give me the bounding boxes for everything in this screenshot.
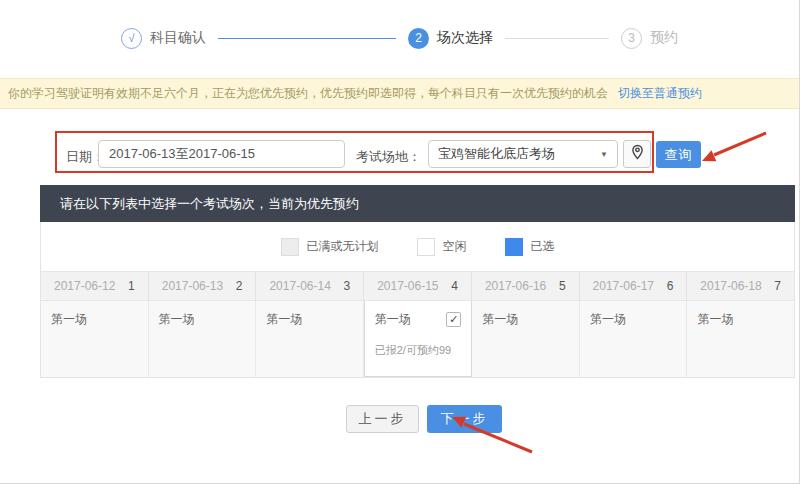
step-subject-confirm: √ 科目确认: [121, 28, 206, 49]
date-header: 2017-06-17 6: [580, 272, 688, 300]
date-header-row: 2017-06-12 1 2017-06-13 2 2017-06-14 3 2…: [41, 271, 794, 301]
header-date: 2017-06-16: [485, 279, 546, 293]
venue-select-value: 宝鸡智能化底店考场: [438, 145, 555, 163]
header-weekday: 4: [451, 279, 458, 293]
search-button[interactable]: 查询: [656, 141, 701, 168]
header-date: 2017-06-13: [162, 279, 223, 293]
stepper: √ 科目确认 2 场次选择 3 预约: [0, 26, 799, 50]
session-label: 第一场: [159, 311, 195, 328]
notice-text: 你的学习驾驶证明有效期不足六个月，正在为您优先预约，优先预约即选即得，每个科目只…: [8, 85, 608, 102]
session-cell-selected[interactable]: 第一场 ✓ 已报2/可预约99: [364, 301, 473, 377]
header-weekday: 6: [667, 279, 674, 293]
legend-item-full: 已满或无计划: [281, 238, 379, 256]
venue-select[interactable]: 宝鸡智能化底店考场 ▼: [428, 140, 618, 168]
step-label: 预约: [650, 29, 678, 47]
step-number-badge: 3: [621, 28, 642, 49]
table-title-bar: 请在以下列表中选择一个考试场次，当前为优先预约: [40, 185, 795, 222]
date-header: 2017-06-15 4: [364, 272, 472, 300]
session-cell[interactable]: 第一场: [149, 301, 257, 377]
header-date: 2017-06-15: [377, 279, 438, 293]
session-cell[interactable]: 第一场: [256, 301, 364, 377]
step-number-badge: 2: [408, 28, 429, 49]
legend-swatch-full: [281, 238, 299, 256]
step-connector: [505, 38, 609, 39]
session-cell[interactable]: 第一场: [687, 301, 794, 377]
previous-step-button[interactable]: 上一步: [346, 405, 419, 433]
header-weekday: 5: [559, 279, 566, 293]
date-header: 2017-06-16 5: [472, 272, 580, 300]
chevron-down-icon: ▼: [600, 150, 608, 159]
step-connector: [218, 38, 396, 39]
session-cell[interactable]: 第一场: [580, 301, 688, 377]
step-label: 科目确认: [150, 29, 206, 47]
legend-label: 空闲: [443, 238, 467, 255]
header-date: 2017-06-14: [269, 279, 330, 293]
map-location-button[interactable]: [623, 140, 651, 168]
session-label: 第一场: [375, 311, 411, 328]
header-weekday: 7: [774, 279, 781, 293]
session-label: 第一场: [266, 311, 302, 328]
location-pin-icon: [631, 144, 644, 164]
legend: 已满或无计划 空闲 已选: [41, 222, 794, 271]
header-date: 2017-06-17: [593, 279, 654, 293]
step-label: 场次选择: [437, 29, 493, 47]
session-row: 第一场 第一场 第一场 第一场 ✓ 已报2/可预约99 第一场: [41, 301, 794, 377]
table-frame: 已满或无计划 空闲 已选 2017-06-12 1 2017-06-13: [40, 222, 795, 378]
step-done-check-icon: √: [121, 28, 142, 49]
legend-item-selected: 已选: [505, 238, 555, 256]
session-capacity-text: 已报2/可预约99: [375, 343, 462, 358]
venue-label: 考试场地：: [356, 148, 421, 166]
legend-swatch-selected: [505, 238, 523, 256]
date-header: 2017-06-18 7: [687, 272, 794, 300]
step-session-select: 2 场次选择: [408, 28, 493, 49]
session-table: 请在以下列表中选择一个考试场次，当前为优先预约 已满或无计划 空闲 已选: [40, 185, 795, 378]
legend-label: 已满或无计划: [307, 238, 379, 255]
header-date: 2017-06-18: [700, 279, 761, 293]
session-label: 第一场: [590, 311, 626, 328]
date-header: 2017-06-13 2: [149, 272, 257, 300]
session-cell[interactable]: 第一场: [41, 301, 149, 377]
session-label: 第一场: [51, 311, 87, 328]
step-reserve: 3 预约: [621, 28, 678, 49]
legend-item-free: 空闲: [417, 238, 467, 256]
exam-booking-page: √ 科目确认 2 场次选择 3 预约 你的学习驾驶证明有效期不足六个月，正在为您…: [0, 0, 800, 484]
priority-notice-bar: 你的学习驾驶证明有效期不足六个月，正在为您优先预约，优先预约即选即得，每个科目只…: [0, 78, 800, 109]
session-cell[interactable]: 第一场: [472, 301, 580, 377]
session-label: 第一场: [697, 311, 733, 328]
legend-label: 已选: [531, 238, 555, 255]
date-header: 2017-06-14 3: [256, 272, 364, 300]
switch-normal-booking-link[interactable]: 切换至普通预约: [618, 85, 702, 102]
header-weekday: 3: [343, 279, 350, 293]
date-range-input[interactable]: [98, 140, 345, 168]
date-header: 2017-06-12 1: [41, 272, 149, 300]
session-label: 第一场: [482, 311, 518, 328]
header-weekday: 2: [236, 279, 243, 293]
header-date: 2017-06-12: [54, 279, 115, 293]
header-weekday: 1: [128, 279, 135, 293]
next-step-button[interactable]: 下一步: [427, 405, 502, 433]
session-checkbox-checked[interactable]: ✓: [446, 312, 461, 327]
legend-swatch-free: [417, 238, 435, 256]
